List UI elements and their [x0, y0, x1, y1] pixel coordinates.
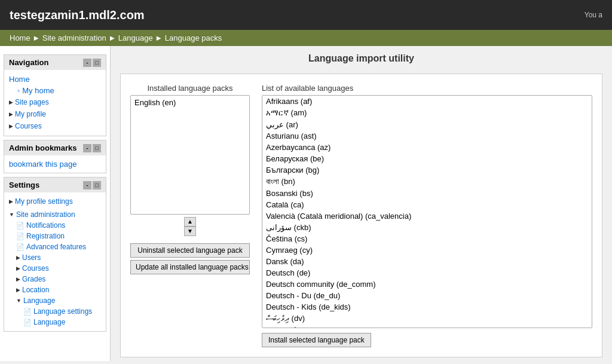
list-item[interactable]: Afrikaans (af)	[262, 96, 592, 107]
settings-profile[interactable]: ▶ My profile settings	[9, 196, 101, 207]
breadcrumb-site-admin[interactable]: Site administration	[42, 33, 106, 42]
advanced-features-link[interactable]: Advanced features	[26, 242, 86, 252]
nav-courses[interactable]: ▶ Courses	[9, 121, 101, 131]
language-arrow: ▼	[16, 298, 22, 304]
location-link[interactable]: Location	[22, 285, 49, 295]
uninstall-button[interactable]: Uninstall selected language pack	[130, 243, 250, 258]
navigation-block-content: Home ◦ My home ▶ Site pages ▶	[4, 70, 106, 136]
language-sub-link[interactable]: Language	[33, 317, 65, 327]
header: testegzamin1.mdl2.com You a	[0, 0, 612, 30]
lang-settings-icon: 📄	[23, 308, 32, 316]
site-name: testegzamin1.mdl2.com	[10, 8, 145, 22]
settings-block: Settings - □ ▶ My profile settings ▼ Sit…	[4, 177, 106, 332]
list-item[interactable]: Asturianu (ast)	[262, 130, 592, 142]
nav-language[interactable]: ▼ Language	[16, 295, 101, 306]
scroll-down-btn[interactable]: ▼	[184, 227, 196, 236]
advanced-features-icon: 📄	[16, 243, 25, 251]
update-all-button[interactable]: Update all installed language packs	[130, 260, 250, 274]
list-item[interactable]: বাংলা (bn)	[262, 176, 592, 188]
list-item[interactable]: Deutsch community (de_comm)	[262, 279, 592, 290]
navigation-block-header: Navigation - □	[4, 55, 106, 70]
admin-block-hide-icon[interactable]: -	[83, 144, 91, 152]
nav-grades[interactable]: ▶ Grades	[16, 274, 101, 285]
installed-packs-list[interactable]: English (en)	[130, 95, 250, 215]
list-item[interactable]: Català (ca)	[262, 199, 592, 210]
my-profile-arrow: ▶	[9, 111, 13, 117]
nav-registration[interactable]: 📄 Registration	[16, 231, 101, 241]
nav-users[interactable]: ▶ Users	[16, 252, 101, 263]
settings-block-hide-icon[interactable]: -	[83, 181, 91, 189]
site-admin-sub: 📄 Notifications 📄 Registration 📄 Advance…	[9, 220, 101, 328]
nav-location[interactable]: ▶ Location	[16, 285, 101, 295]
language-settings-link[interactable]: Language settings	[33, 307, 92, 316]
settings-title: Settings	[9, 181, 39, 189]
registration-link[interactable]: Registration	[26, 231, 65, 241]
profile-settings-arrow: ▶	[9, 198, 13, 204]
list-item[interactable]: Deutsch (de)	[262, 267, 592, 279]
nav-notifications[interactable]: 📄 Notifications	[16, 220, 101, 231]
site-admin-link[interactable]: Site administration	[16, 210, 75, 219]
breadcrumb-language[interactable]: Language	[118, 33, 153, 42]
sidebar: Navigation - □ Home ◦ My home	[0, 46, 111, 361]
scroll-up-btn[interactable]: ▲	[184, 217, 196, 227]
list-item[interactable]: Български (bg)	[262, 164, 592, 176]
nav-my-profile-link[interactable]: My profile	[15, 109, 46, 119]
nav-advanced-features[interactable]: 📄 Advanced features	[16, 241, 101, 252]
settings-site-admin[interactable]: ▼ Site administration	[9, 209, 101, 220]
bookmark-this-page-link[interactable]: bookmark this page	[9, 159, 101, 169]
list-item[interactable]: ދިވެހިބަސް (dv)	[262, 313, 592, 325]
available-langs-panel: List of available languages Afrikaans (a…	[262, 84, 592, 347]
list-item[interactable]: Deutsch - Kids (de_kids)	[262, 301, 592, 313]
pack-actions: Uninstall selected language pack Update …	[130, 243, 250, 274]
site-pages-arrow: ▶	[9, 99, 13, 105]
courses-arrow: ▶	[9, 123, 13, 129]
list-item[interactable]: Ελληνικά (el)	[262, 325, 592, 328]
list-item[interactable]: سۆرانی (ckb)	[262, 222, 592, 233]
list-item[interactable]: Valencià (Català meridional) (ca_valenci…	[262, 210, 592, 222]
main-content: Language import utility Installed langua…	[111, 46, 612, 361]
nav-language-sub[interactable]: 📄 Language	[23, 317, 101, 328]
courses-link[interactable]: Courses	[22, 264, 49, 273]
breadcrumb-home[interactable]: Home	[10, 33, 30, 42]
grades-link[interactable]: Grades	[22, 274, 45, 284]
admin-bookmarks-title: Admin bookmarks	[9, 143, 76, 152]
nav-block-hide-icon[interactable]: -	[83, 59, 91, 67]
nav-home[interactable]: Home	[9, 74, 101, 84]
list-item[interactable]: English (en)	[132, 97, 248, 108]
list-item[interactable]: Azerbaycanca (az)	[262, 142, 592, 153]
nav-block-config-icon[interactable]: □	[93, 59, 101, 67]
nav-my-profile[interactable]: ▶ My profile	[9, 109, 101, 120]
list-item[interactable]: Bosanski (bs)	[262, 188, 592, 199]
available-langs-label: List of available languages	[262, 84, 353, 93]
installed-packs-label: Installed language packs	[147, 84, 232, 93]
list-item[interactable]: Беларуская (be)	[262, 153, 592, 164]
settings-block-config-icon[interactable]: □	[93, 181, 101, 189]
list-item[interactable]: Cymraeg (cy)	[262, 244, 592, 256]
install-button[interactable]: Install selected language pack	[262, 333, 371, 347]
registration-icon: 📄	[16, 233, 25, 240]
nav-my-home[interactable]: ◦ My home	[17, 85, 101, 96]
list-item[interactable]: Čeština (cs)	[262, 233, 592, 244]
profile-settings-link[interactable]: My profile settings	[15, 197, 73, 206]
list-item[interactable]: Dansk (da)	[262, 256, 592, 267]
nav-courses-link[interactable]: Courses	[15, 121, 42, 131]
settings-block-content: ▶ My profile settings ▼ Site administrat…	[4, 192, 106, 331]
installed-packs-panel: Installed language packs English (en) ▲ …	[130, 84, 250, 347]
language-utility-container: Installed language packs English (en) ▲ …	[120, 74, 602, 357]
notifications-link[interactable]: Notifications	[26, 221, 65, 230]
nav-language-settings[interactable]: 📄 Language settings	[23, 306, 101, 317]
breadcrumb: Home ► Site administration ► Language ► …	[0, 30, 612, 46]
my-home-dot: ◦	[17, 86, 20, 95]
nav-courses[interactable]: ▶ Courses	[16, 263, 101, 274]
admin-block-config-icon[interactable]: □	[93, 144, 101, 152]
users-link[interactable]: Users	[22, 253, 41, 262]
list-item[interactable]: Deutsch - Du (de_du)	[262, 290, 592, 301]
available-langs-list[interactable]: Afrikaans (af)አማርኛ (am)عربي (ar)Asturian…	[262, 95, 592, 328]
nav-site-pages-link[interactable]: Site pages	[15, 97, 49, 107]
list-item[interactable]: عربي (ar)	[262, 119, 592, 130]
breadcrumb-language-packs: Language packs	[165, 33, 222, 42]
language-link[interactable]: Language	[23, 296, 55, 305]
list-item[interactable]: አማርኛ (am)	[262, 107, 592, 119]
nav-site-pages[interactable]: ▶ Site pages	[9, 97, 101, 108]
location-arrow: ▶	[16, 287, 20, 293]
